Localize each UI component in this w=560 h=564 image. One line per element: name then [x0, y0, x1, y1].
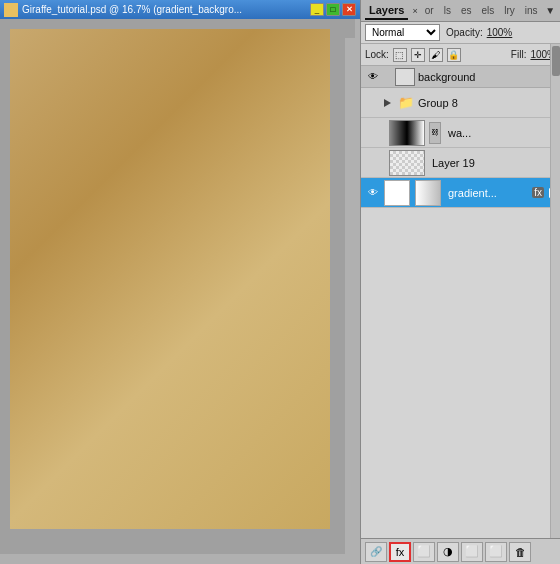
background-thumbnail: [395, 68, 415, 86]
tab-els[interactable]: els: [478, 3, 497, 18]
layers-header: Layers × or ls es els lry ins ▼: [361, 0, 560, 22]
opacity-label: Opacity:: [446, 27, 483, 38]
layers-toolbar: 🔗 fx ⬜ ◑ ⬜ ⬜ 🗑: [361, 538, 560, 564]
background-layer-name: background: [418, 71, 556, 83]
gradient-layer-item[interactable]: 👁 gradient... fx: [361, 178, 560, 208]
lock-brush-icon[interactable]: 🖌: [429, 48, 443, 62]
group8-name: Group 8: [418, 97, 556, 109]
lock-all-icon[interactable]: 🔒: [447, 48, 461, 62]
layers-scrollbar[interactable]: [550, 44, 560, 538]
layer19-thumbnail: [389, 150, 425, 176]
blend-mode-row: Normal Multiply Screen Opacity: 100%: [361, 22, 560, 44]
scrollbar-thumb[interactable]: [552, 46, 560, 76]
panel-menu-button[interactable]: ▼: [545, 4, 556, 18]
canvas-area: Giraffe_tutorial.psd @ 16.7% (gradient_b…: [0, 0, 360, 564]
title-bar-buttons: _ □ ✕: [310, 3, 356, 16]
layers-tab[interactable]: Layers: [365, 2, 408, 20]
adjustment-button[interactable]: ◑: [437, 542, 459, 562]
minimize-button[interactable]: _: [310, 3, 324, 16]
blend-mode-select[interactable]: Normal Multiply Screen: [365, 24, 440, 41]
new-layer-button[interactable]: ⬜: [485, 542, 507, 562]
delete-layer-button[interactable]: 🗑: [509, 542, 531, 562]
tab-lry[interactable]: lry: [501, 3, 518, 18]
fill-label: Fill:: [511, 49, 527, 60]
tab-es[interactable]: es: [458, 3, 475, 18]
layers-list: 👁 background 📁 Group 8 ⛓ wa...: [361, 66, 560, 538]
eye-icon-gradient[interactable]: 👁: [365, 185, 381, 201]
canvas-scrollbar-bottom[interactable]: [0, 554, 355, 564]
tab-ins[interactable]: ins: [522, 3, 541, 18]
tab-close-x[interactable]: ×: [412, 6, 417, 16]
folder-icon: 📁: [397, 94, 415, 112]
layer19-item[interactable]: Layer 19: [361, 148, 560, 178]
wa-thumbnail: [389, 120, 425, 146]
fx-label: fx: [396, 546, 405, 558]
fx-badge: fx: [532, 187, 544, 198]
tab-ls[interactable]: ls: [441, 3, 454, 18]
group8-item[interactable]: 📁 Group 8: [361, 88, 560, 118]
group8-collapse-arrow[interactable]: [384, 99, 391, 107]
gradient-thumb-white: [384, 180, 410, 206]
canvas-window: [0, 19, 355, 564]
background-group-header[interactable]: 👁 background: [361, 66, 560, 88]
lock-label: Lock:: [365, 49, 389, 60]
opacity-value[interactable]: 100%: [487, 27, 513, 38]
close-button[interactable]: ✕: [342, 3, 356, 16]
title-bar: Giraffe_tutorial.psd @ 16.7% (gradient_b…: [0, 0, 360, 19]
wa-chain-icon[interactable]: ⛓: [429, 122, 441, 144]
group-button[interactable]: ⬜: [461, 542, 483, 562]
lock-checkerboard-icon[interactable]: ⬚: [393, 48, 407, 62]
canvas-scrollbar-right[interactable]: [345, 38, 355, 564]
layer19-name: Layer 19: [432, 157, 556, 169]
lock-row: Lock: ⬚ ✛ 🖌 🔒 Fill: 100%: [361, 44, 560, 66]
fx-button[interactable]: fx: [389, 542, 411, 562]
maximize-button[interactable]: □: [326, 3, 340, 16]
title-bar-text: Giraffe_tutorial.psd @ 16.7% (gradient_b…: [22, 4, 310, 15]
lock-move-icon[interactable]: ✛: [411, 48, 425, 62]
wa-layer-item[interactable]: ⛓ wa...: [361, 118, 560, 148]
add-mask-button[interactable]: ⬜: [413, 542, 435, 562]
wa-layer-name: wa...: [448, 127, 556, 139]
layers-panel: Layers × or ls es els lry ins ▼ Normal M…: [360, 0, 560, 564]
gradient-thumb-mask: [415, 180, 441, 206]
canvas-content: [10, 29, 330, 529]
link-layers-button[interactable]: 🔗: [365, 542, 387, 562]
eye-icon-background[interactable]: 👁: [365, 69, 381, 85]
app-icon: [4, 3, 18, 17]
tab-or[interactable]: or: [422, 3, 437, 18]
gradient-layer-name: gradient...: [448, 187, 527, 199]
